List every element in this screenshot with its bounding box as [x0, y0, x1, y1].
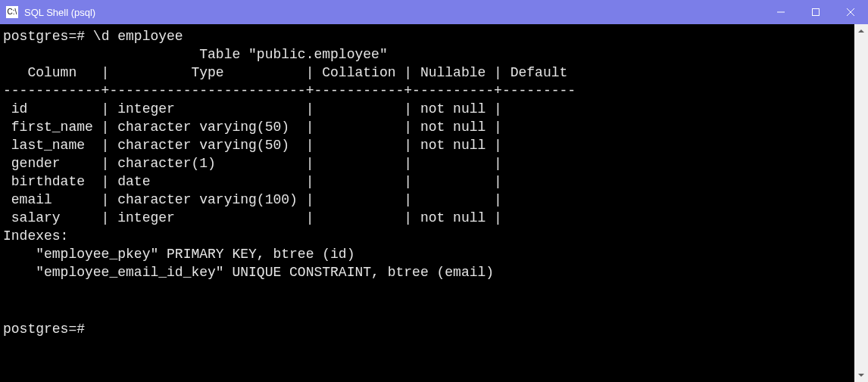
prompt-icon: C:\ [8, 8, 17, 16]
table-row: salary | integer | | not null | [3, 210, 502, 225]
table-title: Table "public.employee" [3, 47, 388, 62]
chevron-down-icon [858, 374, 864, 377]
scroll-track[interactable] [854, 38, 868, 368]
minimize-icon [777, 8, 785, 16]
table-row: email | character varying(100) | | | [3, 192, 502, 207]
terminal[interactable]: postgres=# \d employee Table "public.emp… [0, 24, 854, 382]
scroll-down-button[interactable] [854, 368, 868, 382]
app-icon: C:\ [6, 6, 18, 18]
maximize-icon [812, 8, 820, 16]
minimize-button[interactable] [763, 0, 798, 24]
prompt: postgres=# [3, 29, 93, 44]
indexes-label: Indexes: [3, 228, 68, 244]
table-row: first_name | character varying(50) | | n… [3, 120, 502, 135]
prompt: postgres=# [3, 321, 85, 337]
table-row: id | integer | | not null | [3, 101, 502, 116]
index-line: "employee_pkey" PRIMARY KEY, btree (id) [3, 247, 354, 262]
command: \d employee [93, 29, 183, 44]
index-line: "employee_email_id_key" UNIQUE CONSTRAIN… [3, 265, 494, 280]
svg-rect-1 [813, 9, 820, 16]
terminal-container: postgres=# \d employee Table "public.emp… [0, 24, 868, 382]
column-headers: Column | Type | Collation | Nullable | D… [3, 65, 567, 80]
scroll-up-button[interactable] [854, 24, 868, 38]
window-controls [763, 0, 868, 24]
table-row: birthdate | date | | | [3, 174, 502, 189]
close-button[interactable] [833, 0, 868, 24]
scrollbar[interactable] [854, 24, 868, 382]
svg-marker-4 [858, 30, 864, 33]
app-window: C:\ SQL Shell (psql) postgres=# \d emplo… [0, 0, 868, 382]
maximize-button[interactable] [798, 0, 833, 24]
window-title: SQL Shell (psql) [24, 7, 763, 18]
svg-marker-5 [858, 374, 864, 377]
close-icon [847, 8, 854, 16]
titlebar[interactable]: C:\ SQL Shell (psql) [0, 0, 868, 24]
separator-line: ------------+------------------------+--… [3, 83, 576, 98]
table-row: last_name | character varying(50) | | no… [3, 138, 502, 153]
chevron-up-icon [858, 30, 864, 33]
table-row: gender | character(1) | | | [3, 156, 502, 171]
cursor [85, 318, 92, 333]
